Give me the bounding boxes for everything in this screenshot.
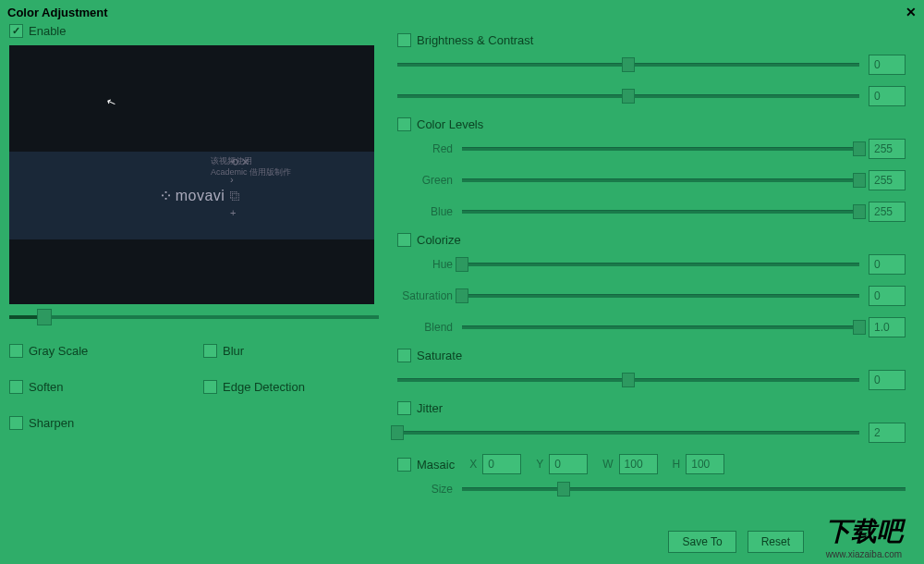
enable-label: Enable <box>29 24 66 38</box>
jitter-checkbox[interactable] <box>397 401 411 415</box>
jitter-label: Jitter <box>417 401 443 415</box>
saturate-value[interactable]: 0 <box>869 370 906 390</box>
y-label: Y <box>536 458 543 471</box>
blend-label: Blend <box>397 321 453 334</box>
blur-label: Blur <box>223 344 244 358</box>
blue-slider[interactable] <box>462 204 859 219</box>
saturation-slider[interactable] <box>462 288 859 303</box>
brightness-contrast-checkbox[interactable] <box>397 33 411 47</box>
reset-button[interactable]: Reset <box>748 531 804 553</box>
soften-label: Soften <box>29 380 64 394</box>
gray-scale-label: Gray Scale <box>29 344 88 358</box>
edge-detection-label: Edge Detection <box>223 380 305 394</box>
edge-detection-checkbox[interactable] <box>203 380 217 394</box>
site-watermark: 下载吧 www.xiazaiba.com <box>804 509 924 564</box>
saturation-label: Saturation <box>397 289 453 302</box>
blue-label: Blue <box>397 205 453 218</box>
saturate-slider[interactable] <box>397 373 859 387</box>
color-levels-label: Color Levels <box>417 117 483 131</box>
green-label: Green <box>397 174 453 187</box>
hue-value[interactable]: 0 <box>869 254 906 275</box>
hue-label: Hue <box>397 258 453 271</box>
w-label: W <box>602 458 613 471</box>
blend-value[interactable]: 1.0 <box>869 317 906 337</box>
brightness-contrast-label: Brightness & Contrast <box>417 33 533 47</box>
save-to-button[interactable]: Save To <box>668 531 736 553</box>
h-label: H <box>673 458 681 471</box>
enable-checkbox[interactable] <box>9 24 23 38</box>
green-value[interactable]: 255 <box>869 170 906 190</box>
brightness-slider[interactable] <box>397 57 859 72</box>
blend-slider[interactable] <box>462 320 859 335</box>
x-value[interactable]: 0 <box>482 454 521 474</box>
color-levels-checkbox[interactable] <box>397 117 411 131</box>
saturation-value[interactable]: 0 <box>869 286 906 306</box>
soften-checkbox[interactable] <box>9 380 23 394</box>
blur-checkbox[interactable] <box>203 344 217 358</box>
video-preview: ↖ ⁘ movavi ⟲ ✕ › ⿻ + 该视频使用 Academic 借用版制… <box>9 45 374 304</box>
window-title: Color Adjustment <box>7 6 108 19</box>
colorize-label: Colorize <box>417 233 461 247</box>
x-label: X <box>469 458 477 471</box>
y-value[interactable]: 0 <box>549 454 588 474</box>
movavi-brand: movavi <box>176 188 225 204</box>
hue-slider[interactable] <box>462 257 859 272</box>
gray-scale-checkbox[interactable] <box>9 344 23 358</box>
green-slider[interactable] <box>462 173 859 188</box>
h-value[interactable]: 100 <box>686 454 724 474</box>
saturate-checkbox[interactable] <box>397 349 411 362</box>
preview-timeline-slider[interactable] <box>9 309 379 325</box>
movavi-dots-icon: ⁘ <box>159 186 171 206</box>
colorize-checkbox[interactable] <box>397 233 411 247</box>
size-label: Size <box>397 483 453 496</box>
red-value[interactable]: 255 <box>869 139 906 159</box>
blue-value[interactable]: 255 <box>869 202 906 222</box>
cursor-icon: ↖ <box>104 95 117 111</box>
size-slider[interactable] <box>462 482 906 497</box>
sharpen-label: Sharpen <box>29 416 74 430</box>
preview-watermark-text: 该视频使用 Academic 借用版制作 <box>211 156 291 178</box>
saturate-label: Saturate <box>417 349 462 362</box>
jitter-slider[interactable] <box>397 425 859 440</box>
mosaic-label: Masaic <box>417 458 455 472</box>
red-slider[interactable] <box>462 141 859 156</box>
close-icon[interactable]: ✕ <box>906 5 917 19</box>
mosaic-checkbox[interactable] <box>397 458 411 472</box>
jitter-value[interactable]: 2 <box>869 423 906 443</box>
w-value[interactable]: 100 <box>619 454 658 474</box>
contrast-value[interactable]: 0 <box>869 86 906 106</box>
contrast-slider[interactable] <box>397 89 859 104</box>
brightness-value[interactable]: 0 <box>869 55 906 75</box>
red-label: Red <box>397 142 453 155</box>
sharpen-checkbox[interactable] <box>9 416 23 430</box>
